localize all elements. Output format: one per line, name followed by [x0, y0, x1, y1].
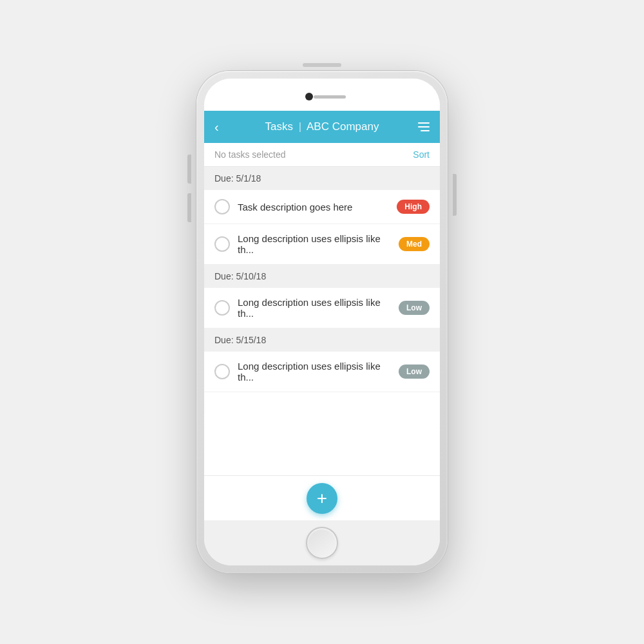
phone-frame: ‹ Tasks | ABC Company No tasks selected … — [196, 71, 448, 573]
status-bar — [204, 79, 440, 111]
task-item[interactable]: Long description uses ellipsis like th..… — [204, 288, 440, 328]
toolbar: No tasks selected Sort — [204, 143, 440, 167]
phone-speaker-bar — [303, 63, 341, 67]
task-item[interactable]: Long description uses ellipsis like th..… — [204, 224, 440, 265]
header-separator: | — [299, 120, 301, 133]
header-title-tasks: Tasks — [265, 120, 293, 133]
priority-badge: High — [397, 200, 430, 214]
task-checkbox[interactable] — [214, 236, 230, 252]
task-description: Long description uses ellipsis like th..… — [238, 297, 399, 319]
home-button-area — [204, 520, 440, 565]
task-checkbox[interactable] — [214, 364, 230, 379]
add-task-button[interactable]: + — [307, 483, 337, 514]
menu-line-2 — [418, 126, 430, 128]
menu-line-1 — [418, 122, 430, 124]
date-header-0: Due: 5/1/18 — [204, 167, 440, 190]
power-button — [453, 174, 457, 216]
priority-badge: Low — [399, 301, 430, 315]
volume-up-button — [187, 155, 191, 184]
home-button[interactable] — [306, 527, 338, 559]
priority-badge: Low — [399, 365, 430, 379]
phone-screen: ‹ Tasks | ABC Company No tasks selected … — [204, 79, 440, 565]
menu-line-3 — [421, 130, 430, 131]
front-camera — [305, 93, 313, 100]
header-title: Tasks | ABC Company — [230, 120, 414, 133]
task-item[interactable]: Task description goes hereHigh — [204, 190, 440, 224]
date-header-2: Due: 5/15/18 — [204, 328, 440, 352]
selection-status: No tasks selected — [214, 149, 286, 160]
task-description: Long description uses ellipsis like th..… — [238, 233, 399, 255]
volume-down-button — [187, 193, 191, 222]
priority-badge: Med — [399, 237, 430, 251]
date-header-1: Due: 5/10/18 — [204, 265, 440, 288]
task-checkbox[interactable] — [214, 300, 230, 316]
task-item[interactable]: Long description uses ellipsis like th..… — [204, 352, 440, 392]
task-checkbox[interactable] — [214, 199, 230, 214]
app-content: ‹ Tasks | ABC Company No tasks selected … — [204, 111, 440, 520]
earpiece-speaker — [314, 95, 346, 99]
bottom-bar: + — [204, 475, 440, 520]
header-company: ABC Company — [307, 120, 379, 133]
plus-icon: + — [317, 489, 327, 507]
app-header: ‹ Tasks | ABC Company — [204, 111, 440, 143]
task-description: Long description uses ellipsis like th..… — [238, 361, 399, 383]
task-list[interactable]: Due: 5/1/18Task description goes hereHig… — [204, 167, 440, 475]
menu-button[interactable] — [414, 122, 430, 131]
task-description: Task description goes here — [238, 202, 397, 213]
sort-button[interactable]: Sort — [413, 149, 430, 160]
back-button[interactable]: ‹ — [214, 120, 230, 135]
